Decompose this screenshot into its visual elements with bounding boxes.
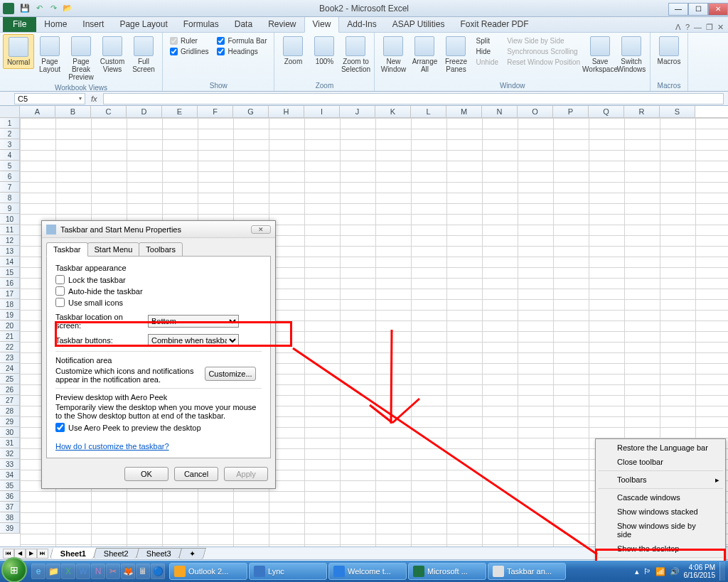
aero-peek-checkbox[interactable]: Use Aero Peek to preview the desktop bbox=[55, 423, 201, 432]
row-head-18[interactable]: 18 bbox=[0, 299, 20, 310]
row-head-20[interactable]: 20 bbox=[0, 320, 20, 331]
row-head-36[interactable]: 36 bbox=[0, 491, 20, 502]
side-by-side-button[interactable]: View Side by Side bbox=[507, 37, 580, 45]
row-head-16[interactable]: 16 bbox=[0, 278, 20, 289]
arrange-all-button[interactable]: Arrange All bbox=[409, 34, 440, 75]
sheet-tab-sheet3[interactable]: Sheet3 bbox=[136, 548, 182, 559]
pin-word-icon[interactable]: W bbox=[76, 564, 90, 579]
ribbon-tab-formulas[interactable]: Formulas bbox=[176, 16, 227, 32]
cancel-button[interactable]: Cancel bbox=[174, 467, 218, 481]
formula-bar-checkbox[interactable]: Formula Bar bbox=[217, 37, 267, 45]
dialog-close-button[interactable]: ✕ bbox=[251, 225, 271, 234]
pin-chrome-icon[interactable]: 🔵 bbox=[151, 564, 165, 579]
col-head-E[interactable]: E bbox=[162, 106, 198, 117]
row-head-27[interactable]: 27 bbox=[0, 395, 20, 406]
ctx-close-toolbar[interactable]: Close toolbar bbox=[597, 455, 724, 469]
ribbon-tab-view[interactable]: View bbox=[304, 16, 340, 33]
apply-button[interactable]: Apply bbox=[224, 467, 268, 481]
buttons-select[interactable]: Combine when taskbar is full bbox=[148, 334, 239, 347]
minimize-button[interactable]: — bbox=[668, 3, 688, 16]
col-head-K[interactable]: K bbox=[375, 106, 411, 117]
sheet-tab-new[interactable]: ✦ bbox=[178, 548, 206, 559]
qat-redo-icon[interactable]: ↷ bbox=[47, 2, 60, 15]
row-head-34[interactable]: 34 bbox=[0, 470, 20, 480]
show-desktop-button[interactable] bbox=[719, 562, 725, 581]
dialog-tab-toolbars[interactable]: Toolbars bbox=[139, 242, 183, 257]
row-head-9[interactable]: 9 bbox=[0, 203, 20, 214]
row-head-39[interactable]: 39 bbox=[0, 523, 20, 534]
row-head-2[interactable]: 2 bbox=[0, 129, 20, 139]
autohide-checkbox[interactable]: Auto-hide the taskbar bbox=[55, 286, 143, 296]
qat-open-icon[interactable]: 📂 bbox=[61, 2, 74, 15]
col-head-F[interactable]: F bbox=[198, 106, 233, 117]
zoom-button[interactable]: Zoom bbox=[277, 34, 309, 68]
taskbar-button-1[interactable]: Lync bbox=[249, 563, 327, 580]
dialog-tab-startmenu[interactable]: Start Menu bbox=[87, 242, 140, 257]
col-head-D[interactable]: D bbox=[127, 106, 162, 117]
row-head-31[interactable]: 31 bbox=[0, 438, 20, 448]
location-select[interactable]: Bottom bbox=[148, 315, 239, 328]
page-layout-button[interactable]: Page Layout bbox=[34, 34, 65, 75]
file-tab[interactable]: File bbox=[3, 16, 36, 32]
row-head-22[interactable]: 22 bbox=[0, 342, 20, 352]
formula-input[interactable] bbox=[103, 93, 724, 104]
pin-onenote-icon[interactable]: N bbox=[91, 564, 105, 579]
help-icon[interactable]: ? bbox=[685, 23, 690, 32]
row-head-17[interactable]: 17 bbox=[0, 289, 20, 299]
col-head-S[interactable]: S bbox=[660, 106, 695, 117]
start-button[interactable]: ⊞ bbox=[1, 557, 27, 582]
ctx-restore-language[interactable]: Restore the Language bar bbox=[597, 441, 724, 455]
doc-minimize-icon[interactable]: — bbox=[694, 23, 702, 32]
col-head-I[interactable]: I bbox=[304, 106, 340, 117]
custom-views-button[interactable]: Custom Views bbox=[97, 34, 128, 75]
save-workspace-button[interactable]: Save Workspace bbox=[584, 34, 616, 75]
row-head-4[interactable]: 4 bbox=[0, 150, 20, 161]
dialog-tab-taskbar[interactable]: Taskbar bbox=[46, 242, 88, 257]
row-head-33[interactable]: 33 bbox=[0, 459, 20, 470]
new-window-button[interactable]: New Window bbox=[378, 34, 409, 75]
ribbon-tab-home[interactable]: Home bbox=[36, 16, 75, 32]
col-head-P[interactable]: P bbox=[553, 106, 589, 117]
select-all-corner[interactable] bbox=[0, 106, 20, 117]
reset-pos-button[interactable]: Reset Window Position bbox=[507, 58, 580, 66]
col-head-L[interactable]: L bbox=[411, 106, 446, 117]
row-head-13[interactable]: 13 bbox=[0, 246, 20, 257]
sheet-nav-last[interactable]: ⏭ bbox=[37, 549, 48, 559]
doc-close-icon[interactable]: ✕ bbox=[717, 23, 724, 32]
row-head-5[interactable]: 5 bbox=[0, 161, 20, 171]
col-head-G[interactable]: G bbox=[233, 106, 269, 117]
qat-save-icon[interactable]: 💾 bbox=[18, 2, 31, 15]
row-head-28[interactable]: 28 bbox=[0, 406, 20, 416]
row-head-6[interactable]: 6 bbox=[0, 171, 20, 182]
ribbon-tab-page-layout[interactable]: Page Layout bbox=[112, 16, 175, 32]
split-button[interactable]: Split bbox=[476, 37, 498, 45]
row-head-15[interactable]: 15 bbox=[0, 267, 20, 278]
name-box[interactable]: C5▾ bbox=[14, 93, 85, 104]
row-head-8[interactable]: 8 bbox=[0, 193, 20, 203]
col-head-H[interactable]: H bbox=[269, 106, 304, 117]
normal-view-button[interactable]: Normal bbox=[3, 34, 34, 69]
zoom-100-button[interactable]: 100% bbox=[309, 34, 340, 68]
row-head-11[interactable]: 11 bbox=[0, 225, 20, 235]
page-break-button[interactable]: Page Break Preview bbox=[65, 34, 97, 83]
row-head-29[interactable]: 29 bbox=[0, 416, 20, 427]
sync-scroll-button[interactable]: Synchronous Scrolling bbox=[507, 48, 580, 55]
ribbon-minimize-icon[interactable]: ᐱ bbox=[675, 23, 681, 32]
unhide-button[interactable]: Unhide bbox=[476, 58, 498, 66]
ctx-toolbars[interactable]: Toolbars bbox=[597, 473, 724, 487]
row-head-32[interactable]: 32 bbox=[0, 448, 20, 459]
col-head-A[interactable]: A bbox=[20, 106, 55, 117]
macros-button[interactable]: Macros bbox=[653, 34, 685, 68]
customize-button[interactable]: Customize... bbox=[205, 367, 256, 381]
row-head-35[interactable]: 35 bbox=[0, 480, 20, 491]
tray-flag-icon[interactable]: 🏳 bbox=[643, 567, 651, 576]
ok-button[interactable]: OK bbox=[124, 467, 168, 481]
close-button[interactable]: ✕ bbox=[708, 3, 728, 16]
headings-checkbox[interactable]: Headings bbox=[217, 48, 267, 55]
pin-snip-icon[interactable]: ✂ bbox=[106, 564, 120, 579]
col-head-R[interactable]: R bbox=[624, 106, 660, 117]
ribbon-tab-foxit[interactable]: Foxit Reader PDF bbox=[452, 16, 536, 32]
fx-icon[interactable]: fx bbox=[91, 95, 97, 103]
tray-volume-icon[interactable]: 🔊 bbox=[670, 567, 680, 576]
taskbar-button-2[interactable]: Welcome t... bbox=[328, 563, 407, 580]
